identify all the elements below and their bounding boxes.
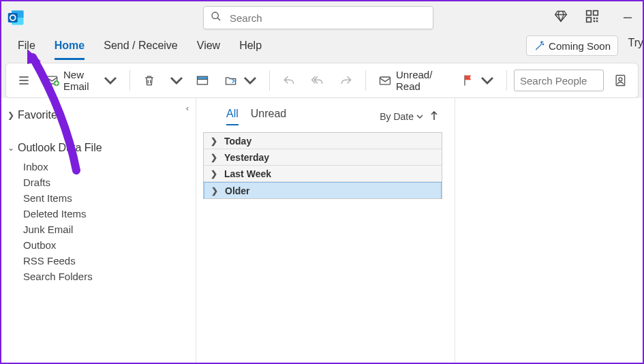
chevron-down-icon: ⌄ [7,143,15,153]
coming-soon-label: Coming Soon [549,40,611,52]
group-label: Yesterday [224,152,269,163]
separator [365,70,366,91]
svg-rect-11 [594,20,596,22]
sort-by-date-button[interactable]: By Date [380,111,423,122]
try-button[interactable]: Try [628,37,643,49]
search-box[interactable] [203,6,433,29]
title-right-controls [554,1,639,34]
folder-search-folders[interactable]: Search Folders [7,268,186,284]
svg-point-15 [542,44,543,44]
separator [269,70,270,91]
svg-rect-2 [8,13,18,22]
flag-button[interactable] [456,68,500,93]
address-book-button[interactable] [608,68,632,93]
nav-toggle-button[interactable] [12,68,36,93]
group-label: Older [225,185,250,196]
collapse-folder-pane-button[interactable]: ‹ [186,104,189,113]
reading-pane [455,98,643,363]
folder-rss-feeds[interactable]: RSS Feeds [7,252,186,268]
svg-rect-6 [587,11,592,16]
filter-tabs: All Unread [226,108,286,125]
separator [506,70,507,91]
coming-soon-button[interactable]: Coming Soon [526,35,618,56]
menu-file[interactable]: File [11,37,42,59]
menu-send-receive[interactable]: Send / Receive [97,37,185,59]
unread-read-button[interactable]: Unread/ Read [373,68,452,93]
outlook-logo-icon [7,8,26,27]
menu-home[interactable]: Home [48,37,91,59]
ribbon-container: New Email Unread/ Read [1,63,643,98]
svg-rect-9 [594,18,596,20]
svg-rect-10 [596,18,598,20]
folder-pane: ‹ ❯ Favorites ⌄ Outlook Data File Inbox … [1,98,196,363]
favorites-header[interactable]: ❯ Favorites [7,105,186,125]
svg-rect-8 [587,18,592,22]
svg-point-26 [619,78,622,81]
folder-sent-items[interactable]: Sent Items [7,189,186,205]
new-email-label: New Email [63,69,98,92]
favorites-label: Favorites [18,109,63,121]
minimize-button[interactable] [617,1,639,34]
mail-list-pane: All Unread By Date ❯Today ❯Yesterday ❯La… [196,98,455,363]
reply-button[interactable] [277,68,301,93]
svg-rect-24 [380,77,390,85]
search-people-input[interactable] [514,70,604,91]
delete-button[interactable] [137,68,162,93]
unread-read-label: Unread/ Read [396,69,446,92]
archive-button[interactable] [190,68,215,93]
menu-view[interactable]: View [190,37,227,59]
title-bar [1,1,643,34]
premium-diamond-icon[interactable] [554,10,568,26]
main-area: ‹ ❯ Favorites ⌄ Outlook Data File Inbox … [1,98,643,363]
outlook-data-file-header[interactable]: ⌄ Outlook Data File [7,138,186,158]
svg-rect-7 [594,11,598,16]
reply-all-button[interactable] [305,68,330,93]
filter-row: All Unread By Date [203,105,442,132]
qr-code-icon[interactable] [585,10,599,26]
group-today[interactable]: ❯Today [204,133,442,149]
filter-tab-unread[interactable]: Unread [251,108,286,125]
ribbon: New Email Unread/ Read [5,63,639,98]
svg-line-5 [217,18,220,20]
group-last-week[interactable]: ❯Last Week [204,166,442,182]
svg-rect-12 [596,20,598,22]
search-input[interactable] [228,12,433,25]
sort-label: By Date [380,111,414,122]
folder-outbox[interactable]: Outbox [7,237,186,252]
data-file-label: Outlook Data File [18,142,102,154]
svg-point-4 [212,12,218,18]
new-email-button[interactable]: New Email [40,68,123,93]
group-label: Today [224,136,251,147]
group-label: Last Week [224,168,271,179]
chevron-right-icon: ❯ [7,110,15,120]
menu-bar: File Home Send / Receive View Help Comin… [1,34,643,63]
separator [129,70,130,91]
sort-direction-button[interactable] [430,111,438,123]
group-list: ❯Today ❯Yesterday ❯Last Week ❯Older [203,132,442,199]
folder-inbox[interactable]: Inbox [7,158,186,174]
delete-dropdown[interactable] [166,68,186,93]
forward-button[interactable] [334,68,358,93]
folder-deleted-items[interactable]: Deleted Items [7,205,186,221]
search-icon [204,11,228,25]
filter-tab-all[interactable]: All [226,108,239,125]
folder-junk-email[interactable]: Junk Email [7,221,186,237]
svg-point-14 [541,42,542,43]
menu-help[interactable]: Help [232,37,269,59]
folder-drafts[interactable]: Drafts [7,174,186,189]
move-button[interactable] [219,68,262,93]
group-older[interactable]: ❯Older [204,182,442,198]
group-yesterday[interactable]: ❯Yesterday [204,149,442,166]
